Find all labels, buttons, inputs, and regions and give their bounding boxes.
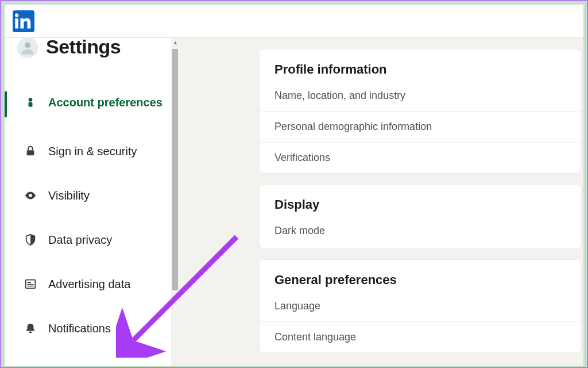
svg-rect-7 xyxy=(28,284,34,285)
row-personal-demographic[interactable]: Personal demographic information xyxy=(260,111,581,142)
row-language[interactable]: Language xyxy=(260,298,581,321)
card-title: General preferences xyxy=(260,260,581,298)
sidebar-item-label: Data privacy xyxy=(48,232,112,248)
row-name-location-industry[interactable]: Name, location, and industry xyxy=(260,87,581,111)
sidebar-item-sign-in-security[interactable]: Sign in & security xyxy=(5,136,179,167)
sidebar-item-label: Account preferences xyxy=(48,95,163,110)
sidebar-item-visibility[interactable]: Visibility xyxy=(5,180,179,212)
card-title: Display xyxy=(260,185,581,223)
svg-rect-3 xyxy=(27,150,34,155)
shield-icon xyxy=(24,233,37,246)
linkedin-logo[interactable] xyxy=(13,10,34,32)
card-display: Display Dark mode xyxy=(260,185,581,248)
page-title: Settings xyxy=(46,36,121,58)
svg-rect-2 xyxy=(29,102,33,107)
card-profile-information: Profile information Name, location, and … xyxy=(260,49,581,173)
sidebar-item-label: Sign in & security xyxy=(48,144,137,159)
sidebar-scrollbar[interactable]: ▴ xyxy=(171,38,179,366)
svg-rect-8 xyxy=(28,286,34,286)
linkedin-logo-icon xyxy=(15,13,32,30)
svg-point-0 xyxy=(25,42,30,48)
sidebar-item-label: Visibility xyxy=(48,188,90,204)
settings-sidebar: Settings Account preferences Sign in & s xyxy=(5,38,179,366)
card-title: Profile information xyxy=(260,49,581,87)
svg-point-4 xyxy=(29,194,32,197)
row-dark-mode[interactable]: Dark mode xyxy=(260,223,581,248)
settings-content: Profile information Name, location, and … xyxy=(179,38,583,366)
top-bar xyxy=(5,5,583,38)
sidebar-item-advertising-data[interactable]: Advertising data xyxy=(5,269,179,300)
card-general-preferences: General preferences Language Content lan… xyxy=(260,260,581,352)
sidebar-item-account-preferences[interactable]: Account preferences xyxy=(5,86,179,123)
scroll-thumb[interactable] xyxy=(172,49,178,290)
avatar[interactable] xyxy=(17,37,38,58)
avatar-placeholder-icon xyxy=(20,40,36,56)
sidebar-nav: Account preferences Sign in & security V… xyxy=(5,67,179,344)
newspaper-icon xyxy=(24,278,37,290)
lock-icon xyxy=(24,145,37,158)
bell-icon xyxy=(24,322,37,335)
row-verifications[interactable]: Verifications xyxy=(260,142,581,173)
row-content-language[interactable]: Content language xyxy=(260,321,581,352)
svg-rect-6 xyxy=(28,282,31,283)
svg-rect-9 xyxy=(29,332,32,334)
settings-header: Settings xyxy=(5,38,179,67)
sidebar-item-data-privacy[interactable]: Data privacy xyxy=(5,224,179,256)
scroll-up-icon[interactable]: ▴ xyxy=(174,39,177,45)
sidebar-item-label: Advertising data xyxy=(48,277,130,292)
eye-icon xyxy=(24,189,37,202)
sidebar-item-notifications[interactable]: Notifications xyxy=(5,313,179,344)
svg-point-1 xyxy=(29,98,33,102)
person-icon xyxy=(24,96,37,109)
sidebar-item-label: Notifications xyxy=(48,321,111,336)
